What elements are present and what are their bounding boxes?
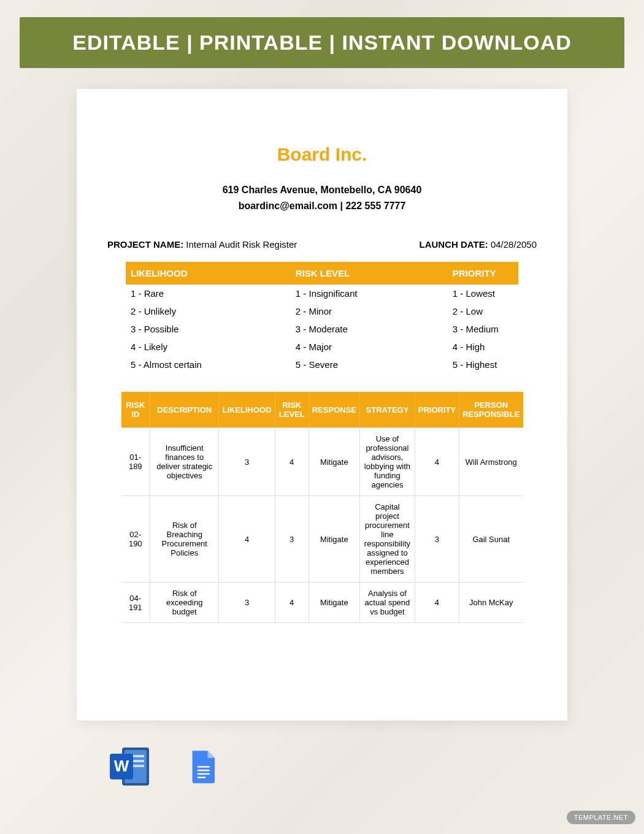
svg-rect-10 (197, 777, 205, 778)
cell-description: Risk of Breaching Procurement Policies (150, 496, 219, 583)
google-docs-icon[interactable] (188, 745, 231, 788)
project-name-value: Internal Audit Risk Register (186, 239, 297, 250)
th-response: RESPONSE (309, 392, 359, 428)
format-icons: W (20, 721, 624, 788)
svg-rect-9 (197, 773, 210, 775)
legend-cell-priority: 2 - Low (448, 302, 518, 320)
legend-header-row: LIKELIHOOD RISK LEVEL PRIORITY (126, 262, 518, 285)
cell-person: John McKay (459, 583, 523, 623)
cell-response: Mitigate (309, 496, 359, 583)
cell-person: Will Armstrong (459, 428, 523, 496)
risk-table-header-row: RISK ID DESCRIPTION LIKELIHOOD RISK LEVE… (121, 392, 523, 428)
legend-cell-risk-level: 1 - Insignificant (291, 285, 448, 302)
legend-cell-priority: 4 - High (448, 338, 518, 356)
legend-cell-likelihood: 3 - Possible (126, 320, 291, 338)
company-email-phone: boardinc@email.com | 222 555 7777 (101, 198, 543, 214)
launch-date-value: 04/28/2050 (491, 239, 537, 250)
legend-cell-priority: 5 - Highest (448, 356, 518, 373)
cell-risk-level: 4 (275, 428, 309, 496)
project-name-label: PROJECT NAME: (107, 239, 183, 250)
cell-response: Mitigate (309, 583, 359, 623)
table-row: 02-190Risk of Breaching Procurement Poli… (121, 496, 523, 583)
cell-person: Gail Sunat (459, 496, 523, 583)
legend-table: LIKELIHOOD RISK LEVEL PRIORITY 1 - Rare1… (126, 262, 518, 373)
legend-cell-priority: 1 - Lowest (448, 285, 518, 302)
legend-header-likelihood: LIKELIHOOD (126, 262, 291, 285)
legend-row: 1 - Rare1 - Insignificant1 - Lowest (126, 285, 518, 302)
watermark-brand: TEMPLATE (574, 814, 611, 821)
th-description: DESCRIPTION (150, 392, 219, 428)
legend-cell-likelihood: 2 - Unlikely (126, 302, 291, 320)
launch-date-label: LAUNCH DATE: (420, 239, 488, 250)
th-person: PERSON RESPONSIBLE (459, 392, 523, 428)
legend-cell-priority: 3 - Medium (448, 320, 518, 338)
legend-header-risk-level: RISK LEVEL (291, 262, 448, 285)
cell-description: Risk of exceeding budget (150, 583, 219, 623)
th-risk-level: RISK LEVEL (275, 392, 309, 428)
watermark-badge: TEMPLATE.NET (567, 811, 635, 824)
table-row: 01-189Insufficient finances to deliver s… (121, 428, 523, 496)
top-banner: EDITABLE | PRINTABLE | INSTANT DOWNLOAD (20, 17, 624, 68)
company-name: Board Inc. (101, 144, 543, 165)
legend-row: 5 - Almost certain5 - Severe5 - Highest (126, 356, 518, 373)
project-meta-row: PROJECT NAME: Internal Audit Risk Regist… (101, 239, 543, 262)
legend-cell-likelihood: 5 - Almost certain (126, 356, 291, 373)
legend-row: 3 - Possible3 - Moderate3 - Medium (126, 320, 518, 338)
watermark-suffix: .NET (611, 814, 628, 821)
cell-likelihood: 4 (219, 496, 275, 583)
cell-priority: 4 (415, 583, 459, 623)
table-row: 04-191Risk of exceeding budget34Mitigate… (121, 583, 523, 623)
th-likelihood: LIKELIHOOD (219, 392, 275, 428)
ms-word-icon[interactable]: W (109, 745, 151, 788)
cell-priority: 3 (415, 496, 459, 583)
svg-rect-8 (197, 770, 210, 771)
legend-cell-risk-level: 4 - Major (291, 338, 448, 356)
risk-table-body: 01-189Insufficient finances to deliver s… (121, 428, 523, 623)
cell-risk-level: 3 (275, 496, 309, 583)
legend-cell-likelihood: 1 - Rare (126, 285, 291, 302)
cell-risk-level: 4 (275, 583, 309, 623)
risk-register-table: RISK ID DESCRIPTION LIKELIHOOD RISK LEVE… (121, 392, 523, 623)
svg-rect-7 (197, 766, 210, 767)
document-page: Board Inc. 619 Charles Avenue, Montebell… (77, 89, 567, 721)
cell-risk-id: 04-191 (121, 583, 150, 623)
cell-priority: 4 (415, 428, 459, 496)
legend-cell-risk-level: 5 - Severe (291, 356, 448, 373)
cell-description: Insufficient finances to deliver strateg… (150, 428, 219, 496)
cell-risk-id: 02-190 (121, 496, 150, 583)
company-contact: 619 Charles Avenue, Montebello, CA 90640… (101, 182, 543, 213)
legend-cell-likelihood: 4 - Likely (126, 338, 291, 356)
cell-strategy: Analysis of actual spend vs budget (359, 583, 415, 623)
legend-body: 1 - Rare1 - Insignificant1 - Lowest2 - U… (126, 285, 518, 373)
launch-date: LAUNCH DATE: 04/28/2050 (420, 239, 537, 250)
cell-risk-id: 01-189 (121, 428, 150, 496)
cell-likelihood: 3 (219, 583, 275, 623)
th-priority: PRIORITY (415, 392, 459, 428)
legend-row: 2 - Unlikely2 - Minor2 - Low (126, 302, 518, 320)
company-address: 619 Charles Avenue, Montebello, CA 90640 (101, 182, 543, 198)
legend-row: 4 - Likely4 - Major4 - High (126, 338, 518, 356)
th-risk-id: RISK ID (121, 392, 150, 428)
th-strategy: STRATEGY (359, 392, 415, 428)
cell-strategy: Use of professional advisors, lobbying w… (359, 428, 415, 496)
legend-cell-risk-level: 3 - Moderate (291, 320, 448, 338)
cell-likelihood: 3 (219, 428, 275, 496)
cell-response: Mitigate (309, 428, 359, 496)
svg-text:W: W (114, 757, 129, 775)
legend-header-priority: PRIORITY (448, 262, 518, 285)
project-name: PROJECT NAME: Internal Audit Risk Regist… (107, 239, 297, 250)
legend-cell-risk-level: 2 - Minor (291, 302, 448, 320)
cell-strategy: Capital project procurement line respons… (359, 496, 415, 583)
